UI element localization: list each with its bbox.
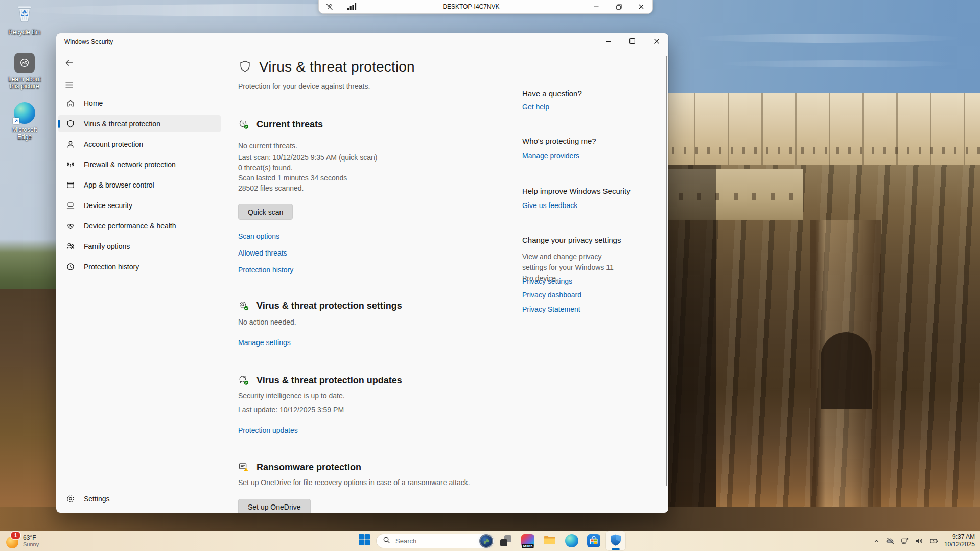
m365-copilot-icon: M365: [521, 534, 534, 547]
battery-charging-icon[interactable]: [929, 537, 939, 545]
edge-icon: [565, 534, 578, 547]
search-highlight-globe-icon[interactable]: [480, 535, 492, 547]
main-content: Virus & threat protection Protection for…: [238, 33, 524, 513]
onedrive-offline-icon[interactable]: [885, 537, 895, 545]
sidebar-item-label: Account protection: [84, 140, 143, 148]
task-view-button[interactable]: [496, 531, 516, 550]
laptop-icon: [65, 200, 76, 211]
privacy-dashboard-link[interactable]: Privacy dashboard: [522, 291, 581, 299]
setup-onedrive-button[interactable]: Set up OneDrive: [238, 499, 311, 513]
wallpaper-bridge-arch: [821, 332, 872, 409]
person-icon: [65, 139, 76, 149]
sidebar-item-settings[interactable]: Settings: [58, 490, 228, 508]
screen-warning-icon: [238, 462, 249, 473]
navigation-menu-button[interactable]: [62, 78, 76, 91]
sidebar-item-firewall-network[interactable]: Firewall & network protection: [58, 156, 221, 173]
sidebar-item-label: Device performance & health: [84, 222, 176, 230]
privacy-settings-link[interactable]: Privacy settings: [522, 277, 572, 285]
back-button[interactable]: [62, 56, 76, 70]
scan-duration-text: Scan lasted 1 minutes 34 seconds: [238, 174, 347, 182]
pin-off-icon[interactable]: [325, 3, 334, 11]
vm-restore-button[interactable]: [608, 0, 630, 13]
sidebar-item-home[interactable]: Home: [58, 95, 221, 112]
sidebar-item-device-security[interactable]: Device security: [58, 197, 221, 214]
taskbar-item-m365-copilot[interactable]: M365: [518, 531, 538, 550]
minimize-button[interactable]: [596, 33, 620, 49]
speaker-volume-icon[interactable]: [915, 537, 924, 545]
sidebar-nav: Home Virus & threat protection Account p…: [58, 95, 221, 279]
taskbar-clock[interactable]: 9:37 AM 10/12/2025: [944, 533, 975, 548]
heart-pulse-icon: [65, 221, 76, 231]
sidebar-item-label: Device security: [84, 201, 132, 210]
weather-widget[interactable]: 1 63°F Sunny: [6, 531, 39, 551]
protection-updates-section-heading: Virus & threat protection updates: [238, 373, 402, 388]
give-feedback-link[interactable]: Give us feedback: [522, 201, 577, 210]
wallpaper-gorge-shadow: [660, 165, 716, 551]
desktop-screen: Recycle Bin Learn about this picture Mic…: [0, 0, 980, 551]
sidebar-item-label: Virus & threat protection: [84, 120, 160, 128]
shield-icon: [238, 59, 252, 75]
page-subtitle: Protection for your device against threa…: [238, 82, 370, 90]
signal-strength-icon: [347, 3, 357, 11]
system-tray: 9:37 AM 10/12/2025: [873, 531, 975, 551]
start-button[interactable]: [355, 531, 374, 550]
search-input[interactable]: [394, 537, 458, 545]
maximize-button[interactable]: [620, 33, 644, 49]
scan-options-link[interactable]: Scan options: [238, 232, 279, 240]
taskbar-item-file-explorer[interactable]: [540, 531, 559, 550]
no-threats-text: No current threats.: [238, 142, 297, 150]
task-view-icon: [500, 535, 511, 546]
windows-logo-icon: [358, 534, 370, 548]
sidebar-item-virus-threat-protection[interactable]: Virus & threat protection: [58, 115, 221, 132]
window-controls: [596, 33, 668, 49]
ransomware-section-heading: Ransomware protection: [238, 460, 361, 475]
sidebar-item-account-protection[interactable]: Account protection: [58, 135, 221, 153]
ethernet-network-icon[interactable]: [900, 537, 909, 545]
desktop-icon-microsoft-edge[interactable]: Microsoft Edge: [1, 102, 48, 141]
threats-found-text: 0 threat(s) found.: [238, 164, 293, 172]
cloud: [720, 60, 961, 67]
vm-connection-bar: DESKTOP-I4C7NVK: [318, 0, 653, 14]
taskbar: 1 63°F Sunny: [0, 531, 980, 551]
sidebar-item-protection-history[interactable]: Protection history: [58, 258, 221, 276]
intelligence-status-text: Security intelligence is up to date.: [238, 392, 345, 400]
history-clock-icon: [65, 262, 76, 272]
sidebar-item-label: Settings: [84, 495, 110, 503]
windows-security-shield-icon: [609, 533, 622, 548]
cloud: [695, 34, 961, 43]
last-update-text: Last update: 10/12/2025 3:59 PM: [238, 406, 344, 414]
close-button[interactable]: [644, 33, 668, 49]
desktop-icon-recycle-bin[interactable]: Recycle Bin: [1, 3, 48, 36]
taskbar-search-box[interactable]: [377, 534, 494, 548]
taskbar-item-windows-security-active[interactable]: [606, 531, 625, 550]
quick-scan-button[interactable]: Quick scan: [238, 204, 293, 220]
recycle-bin-icon: [14, 3, 35, 26]
sidebar-item-family-options[interactable]: Family options: [58, 238, 221, 255]
vertical-scrollbar[interactable]: [666, 56, 667, 486]
protection-history-link[interactable]: Protection history: [238, 266, 293, 274]
manage-providers-link[interactable]: Manage providers: [522, 152, 579, 160]
sidebar-item-device-performance[interactable]: Device performance & health: [58, 217, 221, 235]
get-help-link[interactable]: Get help: [522, 103, 549, 111]
sidebar-item-app-browser-control[interactable]: App & browser control: [58, 176, 221, 194]
landscape-photo-icon: [14, 53, 35, 73]
wallpaper-buildings: [660, 93, 980, 171]
vm-close-button[interactable]: [630, 0, 652, 13]
protection-updates-link[interactable]: Protection updates: [238, 426, 298, 434]
last-scan-text: Last scan: 10/12/2025 9:35 AM (quick sca…: [238, 153, 377, 162]
manage-settings-link[interactable]: Manage settings: [238, 338, 291, 347]
shortcut-arrow-icon: [13, 118, 19, 124]
wireless-signal-icon: [65, 159, 76, 170]
taskbar-item-edge[interactable]: [562, 531, 581, 550]
aside-heading: Have a question?: [522, 89, 582, 98]
wallpaper-trees: [0, 239, 59, 296]
aside-heading: Who's protecting me?: [522, 136, 596, 145]
hidden-icons-chevron[interactable]: [873, 537, 880, 545]
taskbar-center: M365: [355, 531, 625, 551]
desktop-icon-learn-about-picture[interactable]: Learn about this picture: [1, 53, 48, 90]
allowed-threats-link[interactable]: Allowed threats: [238, 249, 287, 257]
vm-minimize-button[interactable]: [585, 0, 608, 13]
clock-date: 10/12/2025: [944, 541, 975, 548]
privacy-statement-link[interactable]: Privacy Statement: [522, 305, 580, 313]
taskbar-item-microsoft-store[interactable]: [584, 531, 603, 550]
